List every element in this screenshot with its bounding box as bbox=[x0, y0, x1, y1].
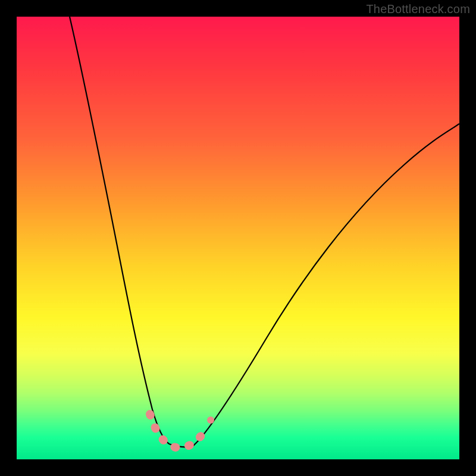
highlight-dot-extra bbox=[207, 416, 214, 424]
curves-svg bbox=[17, 17, 459, 459]
highlight-dots bbox=[150, 414, 207, 447]
left-curve bbox=[70, 17, 169, 444]
right-curve bbox=[194, 124, 459, 445]
watermark-text: TheBottleneck.com bbox=[366, 2, 470, 16]
plot-area bbox=[17, 17, 459, 459]
chart-frame: TheBottleneck.com bbox=[0, 0, 476, 476]
